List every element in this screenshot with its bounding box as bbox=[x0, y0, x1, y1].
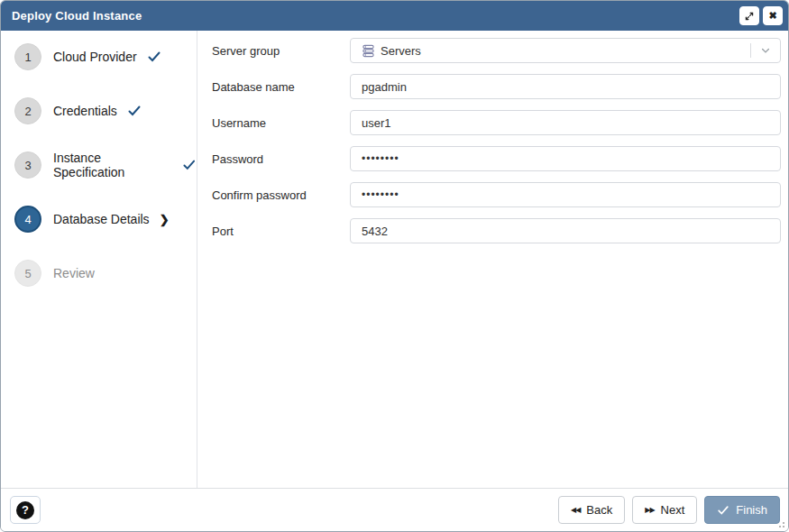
wizard-step-instance-specification[interactable]: 3 Instance Specification bbox=[14, 151, 197, 179]
next-button[interactable]: ▶▶ Next bbox=[632, 496, 697, 524]
server-group-value: Servers bbox=[381, 44, 421, 58]
help-icon: ? bbox=[16, 501, 34, 519]
form-row-server-group: Server group bbox=[212, 38, 781, 63]
chevron-down-icon[interactable] bbox=[751, 45, 780, 56]
double-right-arrow-icon: ▶▶ bbox=[645, 507, 654, 514]
check-icon bbox=[717, 504, 729, 517]
port-label: Port bbox=[212, 225, 350, 238]
database-details-form: Server group bbox=[197, 31, 788, 488]
server-group-icon bbox=[362, 44, 375, 58]
deploy-cloud-instance-dialog: Deploy Cloud Instance ✖ 1 Cloud Provider… bbox=[0, 0, 789, 532]
form-row-confirm-password: Confirm password bbox=[212, 182, 781, 207]
server-group-label: Server group bbox=[212, 44, 350, 58]
step-number-badge: 4 bbox=[14, 206, 41, 233]
form-row-database-name: Database name bbox=[212, 74, 781, 99]
form-row-password: Password bbox=[212, 146, 781, 171]
wizard-steps-sidebar: 1 Cloud Provider 2 Credentials 3 Instanc… bbox=[1, 31, 197, 488]
step-number-badge: 5 bbox=[14, 260, 41, 287]
port-input[interactable] bbox=[350, 218, 781, 243]
check-icon bbox=[147, 50, 161, 64]
step-number-badge: 3 bbox=[14, 151, 41, 179]
chevron-right-icon: ❯ bbox=[160, 213, 170, 226]
form-row-username: Username bbox=[212, 110, 781, 135]
password-input[interactable] bbox=[350, 146, 781, 171]
step-label: Credentials bbox=[53, 104, 117, 118]
back-button-label: Back bbox=[586, 503, 612, 517]
close-button[interactable]: ✖ bbox=[763, 6, 783, 25]
username-label: Username bbox=[212, 116, 350, 130]
confirm-password-input[interactable] bbox=[350, 182, 781, 207]
step-label: Review bbox=[53, 266, 95, 280]
expand-arrows-icon bbox=[744, 11, 755, 22]
check-icon bbox=[182, 158, 197, 172]
username-input[interactable] bbox=[350, 110, 781, 135]
next-button-label: Next bbox=[661, 503, 685, 517]
maximize-button[interactable] bbox=[739, 6, 759, 25]
database-name-input[interactable] bbox=[350, 74, 781, 99]
step-number-badge: 2 bbox=[14, 97, 41, 124]
dialog-footer: ? ◀◀ Back ▶▶ Next Finish bbox=[1, 488, 788, 531]
step-label: Database Details bbox=[53, 212, 150, 226]
wizard-step-cloud-provider[interactable]: 1 Cloud Provider bbox=[14, 43, 197, 70]
confirm-password-label: Confirm password bbox=[212, 188, 350, 202]
close-icon: ✖ bbox=[768, 11, 776, 21]
step-label: Cloud Provider bbox=[53, 50, 137, 64]
password-label: Password bbox=[212, 152, 350, 166]
finish-button[interactable]: Finish bbox=[704, 496, 780, 524]
back-button[interactable]: ◀◀ Back bbox=[558, 496, 625, 524]
wizard-step-review[interactable]: 5 Review bbox=[14, 260, 197, 287]
form-row-port: Port bbox=[212, 218, 781, 243]
check-icon bbox=[127, 104, 142, 118]
help-button[interactable]: ? bbox=[10, 496, 41, 524]
step-label: Instance Specification bbox=[53, 151, 172, 179]
database-name-label: Database name bbox=[212, 80, 350, 94]
wizard-step-database-details[interactable]: 4 Database Details ❯ bbox=[14, 206, 197, 233]
dialog-title: Deploy Cloud Instance bbox=[12, 9, 736, 23]
double-left-arrow-icon: ◀◀ bbox=[571, 507, 580, 514]
dialog-titlebar: Deploy Cloud Instance ✖ bbox=[1, 1, 788, 31]
finish-button-label: Finish bbox=[736, 503, 767, 517]
server-group-select[interactable]: Servers bbox=[350, 38, 781, 63]
resize-grip[interactable] bbox=[783, 526, 784, 527]
step-number-badge: 1 bbox=[14, 43, 41, 70]
wizard-step-credentials[interactable]: 2 Credentials bbox=[14, 97, 197, 124]
